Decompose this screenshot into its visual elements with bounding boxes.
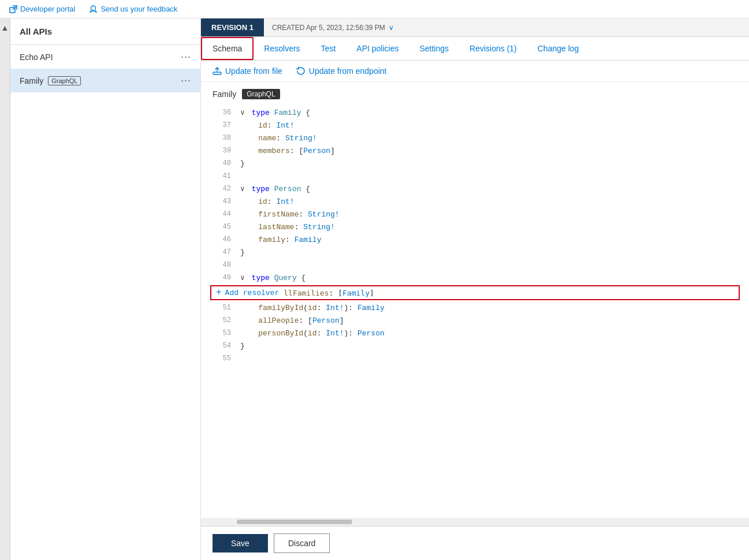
family-api-menu-btn[interactable]: ··· [181, 74, 191, 87]
revision-tab[interactable]: REVISION 1 [201, 18, 264, 36]
echo-api-right: ··· [181, 51, 191, 63]
tab-change-log[interactable]: Change log [527, 38, 590, 59]
bottom-bar: Save Discard [201, 526, 749, 560]
code-line-40: 40 } [201, 157, 749, 170]
feedback-link[interactable]: Send us your feedback [89, 5, 177, 13]
revision-bar: REVISION 1 CREATED Apr 5, 2023, 12:56:39… [201, 18, 749, 37]
svg-rect-3 [213, 72, 221, 74]
tab-revisions[interactable]: Revisions (1) [459, 38, 527, 59]
schema-label-row: Family GraphQL [201, 82, 749, 104]
add-resolver-code: llFamilies: [Family] [284, 289, 374, 297]
save-button[interactable]: Save [213, 534, 268, 552]
code-line-42: 42 ∨ type Person { [201, 182, 749, 195]
code-line-38: 38 name: String! [201, 132, 749, 144]
update-from-file-label: Update from file [225, 66, 282, 76]
add-resolver-container[interactable]: + Add resolver llFamilies: [Family] [210, 285, 740, 300]
code-line-45: 45 lastName: String! [201, 221, 749, 233]
family-api-badge: GraphQL [48, 76, 81, 85]
hscroll-thumb[interactable] [237, 520, 352, 524]
tab-test[interactable]: Test [311, 38, 346, 59]
code-line-37: 37 id: Int! [201, 119, 749, 132]
echo-api-menu-btn[interactable]: ··· [181, 51, 191, 63]
upload-icon [213, 66, 222, 76]
code-line-49: 49 ∨ type Query { [201, 271, 749, 284]
update-from-endpoint-btn[interactable]: Update from endpoint [296, 66, 387, 76]
content-area: REVISION 1 CREATED Apr 5, 2023, 12:56:39… [201, 18, 749, 560]
code-line-47: 47 } [201, 246, 749, 259]
topbar: Developer portal Send us your feedback [0, 0, 749, 18]
code-line-36: 36 ∨ type Family { [201, 106, 749, 119]
add-resolver-btn[interactable]: Add resolver [225, 289, 280, 297]
sidebar-item-family-api[interactable]: Family GraphQL ··· [10, 69, 200, 92]
code-line-53: 53 personById(id: Int!): Person [201, 327, 749, 339]
revision-chevron-icon[interactable]: ∨ [389, 24, 394, 32]
toolbar: Update from file Update from endpoint [201, 61, 749, 82]
tab-settings[interactable]: Settings [409, 38, 459, 59]
family-api-label: Family [20, 76, 43, 85]
external-link-icon [9, 5, 17, 13]
code-line-39: 39 members: [Person] [201, 144, 749, 157]
code-line-52: 52 allPeople: [Person] [201, 314, 749, 327]
code-line-43: 43 id: Int! [201, 195, 749, 208]
tab-resolvers[interactable]: Resolvers [254, 38, 310, 59]
sidebar-item-echo-api[interactable]: Echo API ··· [10, 45, 200, 69]
sidebar-header: All APIs [10, 18, 200, 45]
discard-button[interactable]: Discard [274, 533, 330, 553]
sidebar: All APIs Echo API ··· Family GraphQL ··· [10, 18, 201, 560]
collapse-arrow-icon: ▲ [1, 23, 9, 32]
tab-schema[interactable]: Schema [201, 37, 254, 60]
code-editor[interactable]: 36 ∨ type Family { 37 id: Int! 38 name: … [201, 104, 749, 518]
tab-bar: Schema Resolvers Test API policies Setti… [201, 37, 749, 61]
echo-api-label: Echo API [20, 53, 53, 62]
code-line-55: 55 [201, 352, 749, 365]
family-api-label-group: Family GraphQL [20, 76, 81, 85]
schema-api-name: Family [213, 89, 236, 99]
code-line-48: 48 [201, 259, 749, 271]
update-from-file-btn[interactable]: Update from file [213, 66, 282, 76]
horizontal-scrollbar[interactable] [201, 518, 749, 526]
code-line-44: 44 firstName: String! [201, 208, 749, 221]
add-resolver-plus-icon: + [216, 288, 222, 298]
svg-point-2 [91, 6, 96, 10]
code-line-46: 46 family: Family [201, 233, 749, 246]
code-line-51: 51 familyById(id: Int!): Family [201, 301, 749, 314]
revision-info: CREATED Apr 5, 2023, 12:56:39 PM ∨ [264, 19, 402, 36]
refresh-icon [296, 66, 305, 76]
graphql-badge: GraphQL [242, 89, 280, 99]
sidebar-collapse-btn[interactable]: ▲ [0, 18, 10, 560]
developer-portal-link[interactable]: Developer portal [9, 5, 75, 13]
main-layout: ▲ All APIs Echo API ··· Family GraphQL ·… [0, 18, 749, 560]
tab-api-policies[interactable]: API policies [346, 38, 409, 59]
code-line-41: 41 [201, 170, 749, 182]
feedback-icon [89, 5, 98, 13]
update-from-endpoint-label: Update from endpoint [309, 66, 387, 76]
code-line-54: 54 } [201, 339, 749, 352]
family-api-right: ··· [181, 74, 191, 87]
